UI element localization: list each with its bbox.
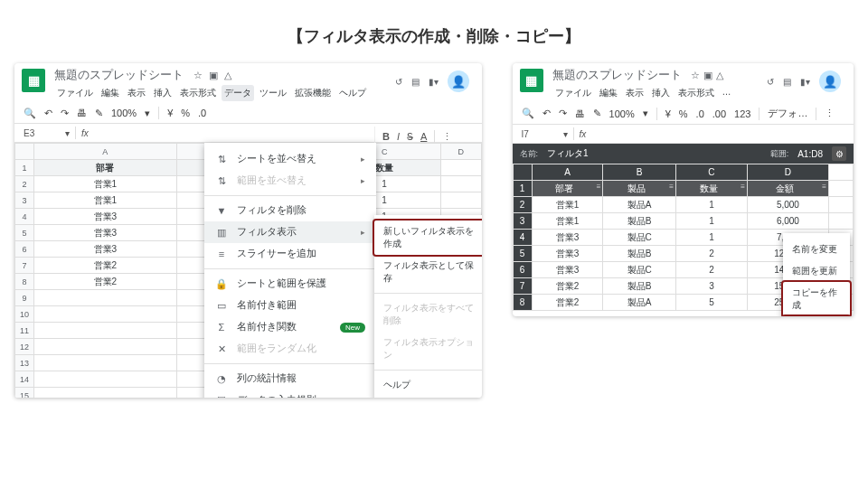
- menu-named-functions[interactable]: Σ名前付き関数New: [204, 316, 376, 338]
- undo-icon[interactable]: ↶: [44, 108, 52, 119]
- menu-view[interactable]: 表示: [125, 85, 148, 101]
- star-icon[interactable]: ☆: [691, 70, 700, 80]
- menu-data[interactable]: データ: [222, 85, 254, 101]
- font-select[interactable]: デフォ…: [768, 107, 807, 120]
- sheets-logo: ▦: [22, 69, 45, 92]
- page-title: 【フィルタ表示の作成・削除・コピー】: [0, 0, 868, 63]
- redo-icon[interactable]: ↷: [559, 108, 567, 119]
- text-color-icon[interactable]: A: [420, 131, 427, 142]
- menu-add-slicer[interactable]: ≡スライサーを追加: [204, 243, 376, 265]
- menu-randomize: ✕範囲をランダム化: [204, 338, 376, 360]
- zoom[interactable]: 100%: [111, 108, 137, 118]
- menu-column-stats[interactable]: ◔列の統計情報: [204, 368, 376, 389]
- menu-view[interactable]: 表示: [623, 85, 646, 101]
- history-icon[interactable]: ↺: [767, 77, 774, 87]
- redo-icon[interactable]: ↷: [61, 108, 69, 119]
- name-box[interactable]: I7: [522, 129, 558, 139]
- sheets-logo: ▦: [520, 69, 543, 92]
- gear-icon[interactable]: ⚙: [832, 146, 846, 161]
- number-format[interactable]: 123: [734, 108, 750, 119]
- menu-extensions[interactable]: 拡張機能: [292, 85, 334, 101]
- search-icon[interactable]: 🔍: [24, 108, 36, 119]
- ctx-update-range[interactable]: 範囲を更新: [783, 260, 850, 282]
- meet-icon[interactable]: ▮▾: [800, 77, 810, 87]
- name-box[interactable]: E3: [24, 128, 60, 138]
- data-menu-dropdown: ⇅シートを並べ替え▸ ⇅範囲を並べ替え▸ ▼フィルタを削除 ▥フィルタ表示▸ ≡…: [204, 143, 376, 398]
- menu-validation[interactable]: ☑データの入力規則: [204, 389, 376, 398]
- zoom[interactable]: 100%: [609, 108, 635, 119]
- move-icon[interactable]: ▣: [209, 70, 218, 80]
- menubar: ファイル 編集 表示 挿入 表示形式 データ ツール 拡張機能 ヘルプ: [54, 85, 386, 101]
- submenu-options: フィルタ表示オプション: [374, 332, 482, 366]
- menu-protect[interactable]: 🔒シートと範囲を保護: [204, 273, 376, 295]
- share-button[interactable]: 👤: [819, 70, 841, 92]
- currency-icon[interactable]: ¥: [167, 108, 173, 118]
- comments-icon[interactable]: ▤: [411, 77, 420, 87]
- paint-icon[interactable]: ✎: [95, 108, 103, 119]
- filter-views-submenu: 新しいフィルタ表示を作成 フィルタ表示として保存 フィルタ表示をすべて削除 フィ…: [374, 215, 482, 398]
- menu-insert[interactable]: 挿入: [649, 85, 673, 101]
- move-icon[interactable]: ▣: [703, 70, 712, 80]
- cloud-icon[interactable]: △: [224, 70, 231, 80]
- undo-icon[interactable]: ↶: [542, 108, 551, 119]
- toolbar: 🔍 ↶ ↷ 🖶 ✎ 100%▾ ¥ % .0: [14, 103, 482, 124]
- menu-edit[interactable]: 編集: [597, 85, 620, 101]
- submenu-save-as[interactable]: フィルタ表示として保存: [374, 255, 482, 289]
- menu-format[interactable]: 表示形式: [675, 85, 717, 101]
- filter-view-bar: 名前: フィルタ1 範囲: A1:D8 ⚙: [513, 144, 854, 164]
- search-icon[interactable]: 🔍: [522, 108, 534, 119]
- left-screenshot: ▦ 無題のスプレッドシート ☆ ▣ △ ファイル 編集 表示 挿入 表示形式 デ…: [14, 63, 482, 398]
- comments-icon[interactable]: ▤: [783, 77, 791, 87]
- menu-file[interactable]: ファイル: [54, 85, 96, 101]
- filter-context-menu: 名前を変更 範囲を更新 コピーを作成 削除 詳細: [783, 233, 850, 316]
- menu-insert[interactable]: 挿入: [151, 85, 175, 101]
- menu-tools[interactable]: ツール: [257, 85, 289, 101]
- meet-icon[interactable]: ▮▾: [429, 77, 439, 87]
- print-icon[interactable]: 🖶: [575, 108, 585, 119]
- cloud-icon[interactable]: △: [716, 70, 723, 80]
- menu-filter-views[interactable]: ▥フィルタ表示▸: [204, 221, 376, 243]
- bold-icon[interactable]: B: [382, 131, 390, 142]
- ctx-rename[interactable]: 名前を変更: [783, 239, 850, 260]
- fx-label: fx: [81, 128, 89, 138]
- submenu-delete-all: フィルタ表示をすべて削除: [374, 297, 482, 332]
- print-icon[interactable]: 🖶: [77, 108, 87, 118]
- menu-more[interactable]: …: [720, 85, 734, 101]
- star-icon[interactable]: ☆: [193, 70, 203, 80]
- menu-file[interactable]: ファイル: [552, 85, 594, 101]
- doc-title[interactable]: 無題のスプレッドシート: [54, 68, 184, 81]
- submenu-help[interactable]: ヘルプ: [374, 374, 482, 396]
- filter-range[interactable]: A1:D8: [797, 149, 823, 159]
- menu-format[interactable]: 表示形式: [177, 85, 219, 101]
- menu-sort-sheet[interactable]: ⇅シートを並べ替え▸: [204, 148, 376, 170]
- paint-icon[interactable]: ✎: [593, 108, 601, 119]
- menu-sort-range: ⇅範囲を並べ替え▸: [204, 170, 376, 192]
- right-screenshot: ▦ 無題のスプレッドシート ☆▣△ ファイル 編集 表示 挿入 表示形式 … ↺…: [513, 63, 854, 316]
- menu-remove-filter[interactable]: ▼フィルタを削除: [204, 200, 376, 221]
- ctx-copy[interactable]: コピーを作成: [783, 282, 850, 316]
- strike-icon[interactable]: S̶: [407, 131, 413, 143]
- submenu-create-filter-view[interactable]: 新しいフィルタ表示を作成: [374, 221, 482, 255]
- fx-label: fx: [580, 129, 587, 139]
- italic-icon[interactable]: I: [397, 131, 400, 142]
- menu-edit[interactable]: 編集: [99, 85, 122, 101]
- menu-named-ranges[interactable]: ▭名前付き範囲: [204, 295, 376, 316]
- filter-name[interactable]: フィルタ1: [547, 147, 589, 160]
- share-button[interactable]: 👤: [448, 70, 469, 92]
- history-icon[interactable]: ↺: [395, 77, 402, 87]
- doc-title[interactable]: 無題のスプレッドシート: [552, 68, 682, 81]
- menu-help[interactable]: ヘルプ: [336, 85, 369, 101]
- percent-icon[interactable]: %: [181, 108, 190, 118]
